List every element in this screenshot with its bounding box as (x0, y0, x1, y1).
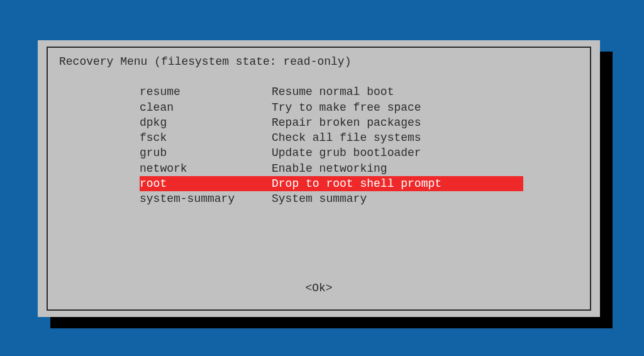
menu-item-desc: Resume normal boot (272, 84, 523, 99)
menu-list[interactable]: resume Resume normal boot clean Try to m… (140, 84, 523, 206)
menu-item-desc: Repair broken packages (272, 115, 523, 130)
menu-item-desc: Drop to root shell prompt (272, 176, 523, 191)
menu-item-grub[interactable]: grub Update grub bootloader (140, 145, 523, 160)
menu-item-key: grub (140, 145, 272, 160)
menu-item-desc: Check all file systems (272, 130, 523, 145)
menu-item-desc: Try to make free space (272, 100, 523, 115)
menu-item-key: clean (140, 100, 272, 115)
menu-item-key: dpkg (140, 115, 272, 130)
menu-item-desc: System summary (272, 191, 523, 206)
menu-item-key: system-summary (140, 191, 272, 206)
menu-item-key: root (140, 176, 272, 191)
menu-item-network[interactable]: network Enable networking (140, 161, 523, 176)
dialog-title: Recovery Menu (filesystem state: read-on… (59, 54, 579, 69)
ok-button[interactable]: <Ok> (48, 281, 590, 296)
menu-item-desc: Enable networking (272, 161, 523, 176)
recovery-menu-dialog: Recovery Menu (filesystem state: read-on… (38, 40, 600, 317)
menu-item-resume[interactable]: resume Resume normal boot (140, 84, 523, 99)
menu-item-fsck[interactable]: fsck Check all file systems (140, 130, 523, 145)
dialog-frame: Recovery Menu (filesystem state: read-on… (47, 47, 591, 311)
menu-item-clean[interactable]: clean Try to make free space (140, 100, 523, 115)
menu-item-dpkg[interactable]: dpkg Repair broken packages (140, 115, 523, 130)
menu-item-key: network (140, 161, 272, 176)
menu-item-root[interactable]: root Drop to root shell prompt (140, 176, 523, 191)
menu-item-system-summary[interactable]: system-summary System summary (140, 191, 523, 206)
menu-item-key: resume (140, 84, 272, 99)
menu-item-desc: Update grub bootloader (272, 145, 523, 160)
menu-item-key: fsck (140, 130, 272, 145)
